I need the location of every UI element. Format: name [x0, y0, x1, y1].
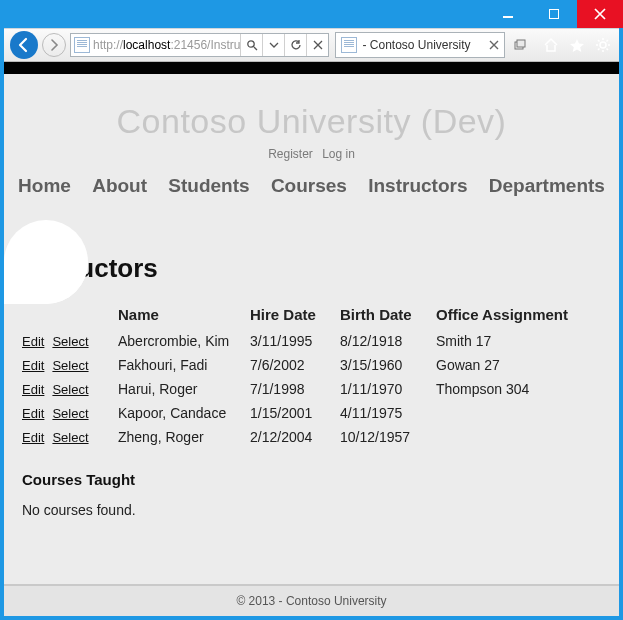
nav-forward-button[interactable] [42, 33, 66, 57]
cell-office: Thompson 304 [436, 377, 601, 401]
site-title: Contoso University (Dev) [4, 102, 619, 141]
address-bar-buttons [240, 34, 328, 56]
footer-text: © 2013 - Contoso University [236, 594, 386, 608]
cell-office [436, 401, 601, 425]
nav-home[interactable]: Home [18, 175, 71, 196]
row-actions: EditSelect [22, 377, 118, 401]
select-link[interactable]: Select [52, 430, 88, 445]
page-icon [74, 37, 90, 53]
cell-hire: 1/15/2001 [250, 401, 340, 425]
browser-window: http://localhost:21456/Instru - Contoso … [0, 0, 623, 620]
refresh-icon[interactable] [284, 34, 306, 56]
col-birth: Birth Date [340, 302, 436, 329]
login-link[interactable]: Log in [322, 147, 355, 161]
actions-header [22, 302, 118, 329]
window-minimize-button[interactable] [485, 0, 531, 28]
tab-close-button[interactable] [484, 40, 504, 50]
table-row: EditSelectAbercrombie, Kim3/11/19958/12/… [22, 329, 601, 353]
col-hire: Hire Date [250, 302, 340, 329]
edit-link[interactable]: Edit [22, 334, 44, 349]
select-link[interactable]: Select [52, 406, 88, 421]
edit-link[interactable]: Edit [22, 406, 44, 421]
svg-point-0 [248, 41, 254, 47]
window-maximize-button[interactable] [531, 0, 577, 28]
tools-icon[interactable] [593, 35, 613, 55]
table-row: EditSelectZheng, Roger2/12/200410/12/195… [22, 425, 601, 449]
edit-link[interactable]: Edit [22, 382, 44, 397]
edit-link[interactable]: Edit [22, 430, 44, 445]
url-text: http://localhost:21456/Instru [93, 38, 240, 52]
nav-departments[interactable]: Departments [489, 175, 605, 196]
tab-title: - Contoso University [362, 38, 484, 52]
stop-icon[interactable] [306, 34, 328, 56]
nav-students[interactable]: Students [168, 175, 249, 196]
instructors-table: Name Hire Date Birth Date Office Assignm… [22, 302, 601, 449]
address-bar[interactable]: http://localhost:21456/Instru [70, 33, 329, 57]
cell-hire: 2/12/2004 [250, 425, 340, 449]
cell-name: Kapoor, Candace [118, 401, 250, 425]
favorites-icon[interactable] [567, 35, 587, 55]
table-row: EditSelectFakhouri, Fadi7/6/20023/15/196… [22, 353, 601, 377]
svg-point-3 [600, 42, 606, 48]
cell-hire: 7/6/2002 [250, 353, 340, 377]
browser-tab[interactable]: - Contoso University [335, 32, 505, 58]
no-courses-message: No courses found. [22, 502, 601, 518]
new-tab-button[interactable] [509, 34, 531, 56]
top-black-bar [4, 62, 619, 74]
select-link[interactable]: Select [52, 334, 88, 349]
row-actions: EditSelect [22, 329, 118, 353]
window-titlebar [0, 0, 623, 28]
cell-birth: 10/12/1957 [340, 425, 436, 449]
cell-birth: 4/11/1975 [340, 401, 436, 425]
viewport-frame: Contoso University (Dev) Register Log in… [0, 62, 623, 620]
cell-hire: 7/1/1998 [250, 377, 340, 401]
col-name: Name [118, 302, 250, 329]
page-body: Instructors Name Hire Date Birth Date Of… [4, 197, 619, 518]
tab-page-icon [341, 37, 357, 53]
nav-courses[interactable]: Courses [271, 175, 347, 196]
cell-hire: 3/11/1995 [250, 329, 340, 353]
main-nav: Home About Students Courses Instructors … [4, 175, 619, 197]
cell-birth: 1/11/1970 [340, 377, 436, 401]
page-heading: Instructors [22, 253, 601, 284]
browser-toolbar: http://localhost:21456/Instru - Contoso … [4, 28, 619, 62]
row-actions: EditSelect [22, 353, 118, 377]
cell-birth: 8/12/1918 [340, 329, 436, 353]
row-actions: EditSelect [22, 401, 118, 425]
cell-office: Smith 17 [436, 329, 601, 353]
table-header-row: Name Hire Date Birth Date Office Assignm… [22, 302, 601, 329]
toolbar-right-icons [541, 35, 613, 55]
page-viewport: Contoso University (Dev) Register Log in… [4, 62, 619, 616]
register-link[interactable]: Register [268, 147, 313, 161]
page-content: Contoso University (Dev) Register Log in… [4, 74, 619, 616]
cell-birth: 3/15/1960 [340, 353, 436, 377]
select-link[interactable]: Select [52, 382, 88, 397]
svg-rect-2 [517, 40, 525, 47]
cell-name: Harui, Roger [118, 377, 250, 401]
row-actions: EditSelect [22, 425, 118, 449]
courses-heading: Courses Taught [22, 471, 601, 488]
edit-link[interactable]: Edit [22, 358, 44, 373]
cell-name: Zheng, Roger [118, 425, 250, 449]
table-row: EditSelectHarui, Roger7/1/19981/11/1970T… [22, 377, 601, 401]
search-icon[interactable] [240, 34, 262, 56]
nav-instructors[interactable]: Instructors [368, 175, 467, 196]
col-office: Office Assignment [436, 302, 601, 329]
page-footer: © 2013 - Contoso University [4, 584, 619, 616]
cell-office: Gowan 27 [436, 353, 601, 377]
cell-name: Abercrombie, Kim [118, 329, 250, 353]
auth-links: Register Log in [4, 147, 619, 161]
dropdown-icon[interactable] [262, 34, 284, 56]
select-link[interactable]: Select [52, 358, 88, 373]
cell-name: Fakhouri, Fadi [118, 353, 250, 377]
home-icon[interactable] [541, 35, 561, 55]
nav-back-button[interactable] [10, 31, 38, 59]
site-banner: Contoso University (Dev) Register Log in… [4, 74, 619, 197]
table-row: EditSelectKapoor, Candace1/15/20014/11/1… [22, 401, 601, 425]
cell-office [436, 425, 601, 449]
nav-about[interactable]: About [92, 175, 147, 196]
window-close-button[interactable] [577, 0, 623, 28]
